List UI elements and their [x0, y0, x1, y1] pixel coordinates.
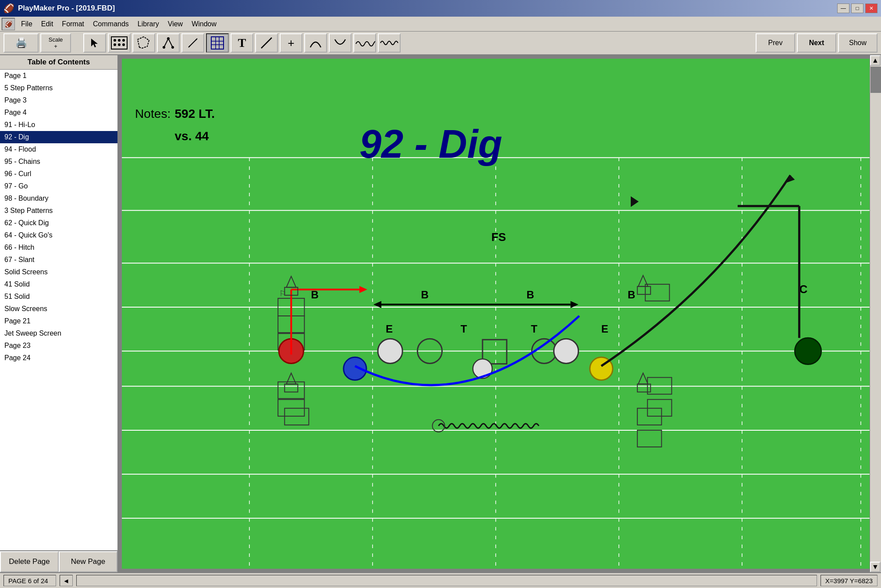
sidebar-item-12[interactable]: 62 - Quick Dig: [0, 217, 117, 229]
menu-window[interactable]: Window: [187, 18, 221, 30]
text-tool[interactable]: T: [231, 33, 253, 53]
sidebar-item-16[interactable]: Solid Screens: [0, 266, 117, 278]
svg-point-7: [122, 43, 125, 46]
svg-text:⚐: ⚐: [279, 289, 286, 298]
vertical-scrollbar[interactable]: ▲ ▼: [870, 55, 881, 572]
sidebar-item-1[interactable]: 5 Step Patterns: [0, 82, 117, 94]
sidebar-item-21[interactable]: Jet Sweep Screen: [0, 327, 117, 340]
sidebar-item-13[interactable]: 64 - Quick Go's: [0, 229, 117, 241]
curve1-tool[interactable]: [304, 33, 327, 53]
table-tool[interactable]: [206, 33, 229, 53]
svg-marker-8: [138, 37, 149, 48]
line-tool[interactable]: [255, 33, 278, 53]
plus-tool[interactable]: +: [280, 33, 302, 53]
sidebar-item-4[interactable]: 91 - Hi-Lo: [0, 119, 117, 131]
sidebar-item-19[interactable]: Slow Screens: [0, 303, 117, 315]
title-bar-title: PlayMaker Pro - [2019.FBD]: [18, 4, 115, 13]
sidebar-item-22[interactable]: Page 23: [0, 340, 117, 352]
title-bar: 🏈 PlayMaker Pro - [2019.FBD] — □ ✕: [0, 0, 881, 17]
svg-text:E: E: [601, 323, 608, 335]
svg-point-10: [163, 46, 165, 49]
page-status: PAGE 6 of 24: [4, 575, 56, 586]
svg-text:B: B: [311, 289, 319, 301]
menu-view[interactable]: View: [163, 18, 187, 30]
sidebar-item-18[interactable]: 51 Solid: [0, 290, 117, 303]
svg-point-4: [122, 39, 125, 42]
show-button[interactable]: Show: [838, 33, 877, 53]
sidebar: Table of Contents Page 1 5 Step Patterns…: [0, 55, 118, 572]
menu-library[interactable]: Library: [133, 18, 163, 30]
sidebar-item-9[interactable]: 97 - Go: [0, 180, 117, 192]
svg-text:B: B: [526, 289, 534, 301]
scale-label: Scale: [49, 36, 63, 43]
svg-text:B: B: [421, 289, 428, 301]
svg-point-69: [795, 338, 821, 364]
print-button[interactable]: 🖨️: [4, 33, 39, 53]
sidebar-item-2[interactable]: Page 3: [0, 94, 117, 106]
maximize-button[interactable]: □: [851, 4, 863, 13]
scroll-up-button[interactable]: ▲: [870, 55, 881, 66]
curve2-tool[interactable]: [329, 33, 352, 53]
svg-text:C: C: [799, 283, 807, 296]
coord-status: [76, 575, 817, 586]
svg-point-5: [114, 43, 116, 46]
coords-display: X=3997 Y=6823: [821, 575, 877, 586]
pen-tool[interactable]: [181, 33, 204, 53]
svg-point-54: [554, 339, 578, 363]
next-button[interactable]: Next: [797, 33, 836, 53]
lasso-tool[interactable]: [132, 33, 155, 53]
play-canvas[interactable]: Notes: 592 LT. vs. 44 92 - Dig FS B B B …: [122, 59, 870, 569]
svg-point-6: [118, 43, 121, 46]
sidebar-item-11[interactable]: 3 Step Patterns: [0, 205, 117, 217]
menu-file[interactable]: File: [17, 18, 37, 30]
sidebar-item-8[interactable]: 96 - Curl: [0, 168, 117, 180]
node-tool[interactable]: [157, 33, 180, 53]
sidebar-scroll[interactable]: Page 1 5 Step Patterns Page 3 Page 4 91 …: [0, 70, 117, 550]
sidebar-item-0[interactable]: Page 1: [0, 70, 117, 82]
scroll-down-button[interactable]: ▼: [870, 562, 881, 572]
sidebar-item-3[interactable]: Page 4: [0, 106, 117, 119]
minimize-button[interactable]: —: [837, 4, 849, 13]
svg-text:92 - Dig: 92 - Dig: [359, 122, 502, 166]
svg-point-11: [171, 46, 174, 49]
sidebar-header: Table of Contents: [0, 55, 117, 70]
svg-text:E: E: [386, 323, 393, 335]
prev-button[interactable]: Prev: [756, 33, 795, 53]
svg-point-55: [378, 339, 402, 363]
new-page-button[interactable]: New Page: [59, 551, 117, 572]
wave-tool[interactable]: [353, 33, 376, 53]
sidebar-item-23[interactable]: Page 24: [0, 352, 117, 364]
toolbar: 🖨️ Scale +: [0, 32, 881, 55]
page-number: PAGE 6 of 24: [8, 577, 48, 584]
sidebar-item-20[interactable]: Page 21: [0, 315, 117, 327]
route-tool[interactable]: [108, 33, 131, 53]
sidebar-item-17[interactable]: 41 Solid: [0, 278, 117, 290]
svg-point-9: [167, 37, 170, 40]
sidebar-item-15[interactable]: 67 - Slant: [0, 254, 117, 266]
svg-marker-0: [91, 39, 98, 47]
app-icon: 🏈: [4, 3, 14, 14]
svg-text:592 LT.: 592 LT.: [174, 107, 215, 120]
menu-commands[interactable]: Commands: [89, 18, 133, 30]
svg-text:FS: FS: [491, 230, 506, 244]
app-menu-icon: 🏈: [2, 18, 15, 30]
sidebar-item-10[interactable]: 98 - Boundary: [0, 192, 117, 205]
sidebar-item-6[interactable]: 94 - Flood: [0, 143, 117, 156]
scroll-thumb[interactable]: [870, 67, 881, 93]
svg-point-3: [118, 39, 121, 42]
scale-button[interactable]: Scale +: [40, 33, 71, 53]
scale-plus: +: [54, 43, 57, 50]
svg-rect-15: [211, 37, 224, 49]
menu-edit[interactable]: Edit: [37, 18, 58, 30]
svg-text:Notes:: Notes:: [135, 107, 171, 120]
coordinates: X=3997 Y=6823: [825, 577, 873, 584]
sidebar-item-5[interactable]: 92 - Dig: [0, 131, 117, 143]
delete-page-button[interactable]: Delete Page: [0, 551, 59, 572]
squiggle-tool[interactable]: [378, 33, 401, 53]
scroll-left-button[interactable]: ◄: [60, 575, 73, 586]
sidebar-item-14[interactable]: 66 - Hitch: [0, 241, 117, 254]
sidebar-item-7[interactable]: 95 - Chains: [0, 156, 117, 168]
close-button[interactable]: ✕: [865, 4, 877, 13]
select-tool[interactable]: [83, 33, 106, 53]
menu-format[interactable]: Format: [57, 18, 89, 30]
